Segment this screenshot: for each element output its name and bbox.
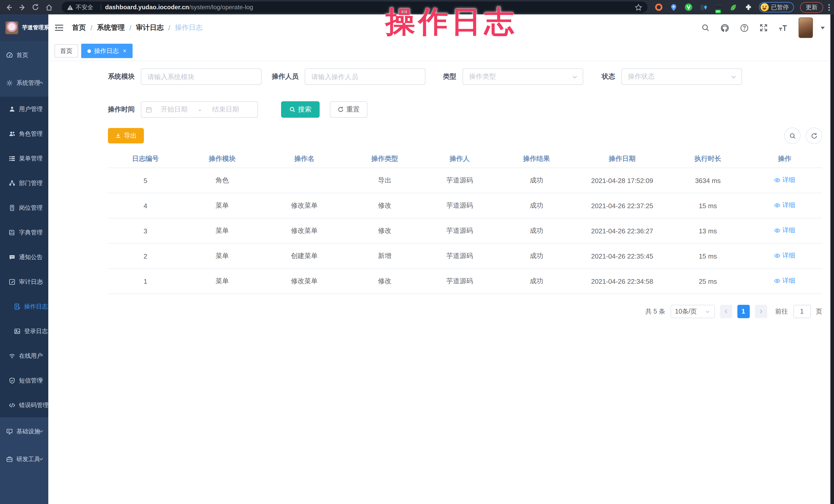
sidebar-item-role-management[interactable]: 角色管理 <box>0 121 48 146</box>
eye-icon <box>774 227 781 234</box>
table-toolbar: 导出 <box>108 128 822 144</box>
detail-link[interactable]: 详细 <box>774 277 795 285</box>
page-number-1[interactable]: 1 <box>737 305 749 318</box>
browser-back-icon[interactable] <box>3 2 15 13</box>
tab-operate-log[interactable]: 操作日志 × <box>81 44 133 58</box>
sidebar-item-home[interactable]: 首页 <box>0 41 48 69</box>
next-page-button[interactable] <box>754 305 767 318</box>
browser-update-button[interactable]: 更新 <box>800 2 823 13</box>
app-layout: 芋道管理系统 首页 系统管理 用户管理 <box>0 15 834 504</box>
chevron-down-icon <box>39 429 44 434</box>
font-size-icon[interactable] <box>778 24 788 32</box>
search-icon[interactable] <box>701 24 710 32</box>
export-button[interactable]: 导出 <box>108 128 144 144</box>
monitor-icon <box>6 428 13 435</box>
prev-page-button[interactable] <box>720 305 732 318</box>
col-result: 操作结果 <box>497 150 576 168</box>
tab-close-icon[interactable]: × <box>123 48 126 54</box>
extension-ring-icon[interactable] <box>654 3 663 12</box>
sidebar-item-sms-management[interactable]: 短信管理 <box>0 368 48 393</box>
refresh-icon <box>811 132 817 139</box>
sidebar-item-dict-management[interactable]: 字典管理 <box>0 220 48 245</box>
show-search-button[interactable] <box>784 128 800 144</box>
gear-icon <box>6 80 13 86</box>
help-icon[interactable] <box>740 23 749 32</box>
app-logo-row[interactable]: 芋道管理系统 <box>0 15 48 41</box>
browser-reload-icon[interactable] <box>30 2 41 13</box>
search-button[interactable]: 搜索 <box>281 101 320 118</box>
shield-icon <box>9 377 16 384</box>
detail-link[interactable]: 详细 <box>774 176 795 184</box>
sidebar-item-infrastructure[interactable]: 基础设施 <box>0 417 48 445</box>
detail-link[interactable]: 详细 <box>774 226 795 235</box>
breadcrumb-system[interactable]: 系统管理 <box>97 23 125 32</box>
menu-tree-icon <box>9 155 16 162</box>
date-range-picker[interactable]: 开始日期 - 结束日期 <box>141 101 258 118</box>
screenshot-stage: 不安全 dashboard.yudao.iocoder.cn /system/l… <box>0 0 834 504</box>
sidebar-item-user-management[interactable]: 用户管理 <box>0 96 48 121</box>
goto-page-input[interactable] <box>793 305 811 318</box>
operate-log-icon <box>14 303 21 310</box>
type-select[interactable]: 操作类型 <box>462 68 583 85</box>
detail-link[interactable]: 详细 <box>774 201 795 210</box>
reset-button[interactable]: 重置 <box>330 101 367 118</box>
avatar-caret-icon[interactable] <box>821 26 825 29</box>
filter-row-2: 操作时间 开始日期 - 结束日期 搜索 重置 <box>108 101 822 118</box>
filter-row-1: 系统模块 操作人员 类型 操作类型 <box>108 68 822 85</box>
sidebar-item-online-users[interactable]: 在线用户 <box>0 343 48 368</box>
breadcrumb: 首页 / 系统管理 / 审计日志 / 操作日志 <box>72 23 203 32</box>
sidebar-item-menu-management[interactable]: 菜单管理 <box>0 146 48 171</box>
extension-stack-icon[interactable]: on <box>714 3 723 12</box>
sidebar: 芋道管理系统 首页 系统管理 用户管理 <box>0 15 48 504</box>
main-area: 首页 / 系统管理 / 审计日志 / 操作日志 <box>48 15 834 504</box>
tab-home[interactable]: 首页 <box>54 44 78 58</box>
sidebar-item-department-management[interactable]: 部门管理 <box>0 171 48 195</box>
chevron-down-icon <box>39 378 44 383</box>
puzzle-icon[interactable] <box>744 3 752 12</box>
breadcrumb-home[interactable]: 首页 <box>72 23 86 32</box>
sidebar-item-notice-announcement[interactable]: 通知公告 <box>0 245 48 269</box>
refresh-table-button[interactable] <box>806 128 822 144</box>
end-date-placeholder: 结束日期 <box>206 105 245 114</box>
goto-label: 前往 <box>775 307 788 316</box>
dashboard-icon <box>6 52 13 58</box>
address-bar[interactable]: 不安全 dashboard.yudao.iocoder.cn /system/l… <box>62 2 647 13</box>
sidebar-item-audit-log[interactable]: 审计日志 <box>0 269 48 294</box>
browser-menu-icon[interactable] <box>828 4 830 10</box>
browser-home-icon[interactable] <box>43 2 54 13</box>
tab-active-dot <box>87 49 91 53</box>
sidebar-item-post-management[interactable]: 岗位管理 <box>0 195 48 220</box>
operate-log-page: 系统模块 操作人员 类型 操作类型 <box>48 61 834 318</box>
extension-pin-icon[interactable] <box>669 3 678 12</box>
browser-forward-icon[interactable] <box>17 2 28 13</box>
page-size-select[interactable]: 10条/页 <box>670 305 715 318</box>
scrollbar-track[interactable] <box>830 15 834 504</box>
sidebar-item-login-log[interactable]: 登录日志 <box>0 319 48 343</box>
search-icon <box>289 106 295 113</box>
login-log-icon <box>14 328 21 334</box>
browser-profile-chip[interactable]: 已暂停 <box>759 2 794 12</box>
fullscreen-icon[interactable] <box>760 24 768 32</box>
detail-link[interactable]: 详细 <box>774 251 795 260</box>
extension-leaf-icon[interactable] <box>729 3 738 12</box>
briefcase-icon <box>6 456 13 462</box>
breadcrumb-audit-log[interactable]: 审计日志 <box>136 23 164 32</box>
warning-icon <box>67 4 73 10</box>
extension-gem-icon[interactable] <box>699 3 708 12</box>
online-users-icon <box>9 352 16 359</box>
module-input[interactable] <box>141 68 262 85</box>
sidebar-item-dev-tools[interactable]: 研发工具 <box>0 445 48 473</box>
eye-icon <box>774 253 781 259</box>
sidebar-item-system-management[interactable]: 系统管理 <box>0 69 48 96</box>
page-unit-label: 页 <box>816 307 822 316</box>
header: 首页 / 系统管理 / 审计日志 / 操作日志 <box>48 15 834 41</box>
status-select[interactable]: 操作状态 <box>621 68 742 85</box>
extension-v-icon[interactable] <box>684 3 693 12</box>
sidebar-collapse-icon[interactable] <box>54 23 64 32</box>
operator-input[interactable] <box>305 68 425 85</box>
user-avatar[interactable] <box>798 18 813 38</box>
github-icon[interactable] <box>720 23 729 32</box>
sidebar-item-error-code-management[interactable]: 错误码管理 <box>0 393 48 417</box>
bookmark-star-icon[interactable] <box>634 3 642 11</box>
sidebar-item-operate-log[interactable]: 操作日志 <box>0 294 48 319</box>
